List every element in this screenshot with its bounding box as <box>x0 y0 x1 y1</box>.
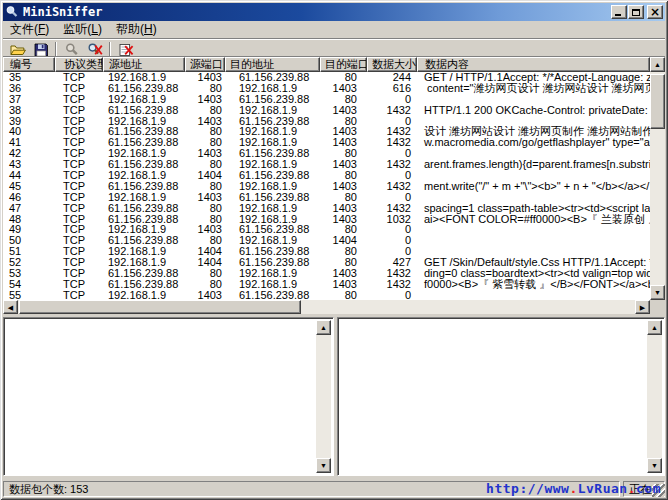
cell-id: 37 <box>3 94 55 105</box>
cell-src: 192.168.1.9 <box>103 246 185 257</box>
close-button[interactable]: × <box>647 5 663 19</box>
cell-id: 38 <box>3 105 55 116</box>
listview-horizontal-scrollbar[interactable]: ◀ ▶ <box>3 300 650 314</box>
detail-panel-right[interactable]: ▲ ▼ <box>337 317 665 476</box>
cell-content: GET / HTTP/1.1Accept: */*Accept-Language… <box>417 72 650 83</box>
cell-sport: 1403 <box>185 224 225 235</box>
cell-id: 54 <box>3 279 55 290</box>
cell-size: 0 <box>367 246 417 257</box>
scrollbar-corner <box>650 300 665 314</box>
column-header-5[interactable]: 目的端口 <box>320 57 367 72</box>
cell-sport: 80 <box>185 83 225 94</box>
column-header-7[interactable]: 数据内容 <box>417 57 650 72</box>
cell-dst: 192.168.1.9 <box>225 126 320 137</box>
column-header-1[interactable]: 协议类型 <box>55 57 103 72</box>
cell-dst: 192.168.1.9 <box>225 83 320 94</box>
table-row[interactable]: 52TCP192.168.1.9140461.156.239.8880427GE… <box>3 257 650 268</box>
cell-id: 44 <box>3 170 55 181</box>
menu-help[interactable]: 帮助(H) <box>109 20 164 39</box>
cell-src: 61.156.239.88 <box>103 279 185 290</box>
cell-size: 1432 <box>367 203 417 214</box>
menu-capture[interactable]: 监听(L) <box>56 20 109 39</box>
table-row[interactable]: 42TCP192.168.1.9140361.156.239.88800 <box>3 148 650 159</box>
table-row[interactable]: 37TCP192.168.1.9140361.156.239.88800 <box>3 94 650 105</box>
table-row[interactable]: 36TCP61.156.239.8880192.168.1.91403616 c… <box>3 83 650 94</box>
cell-dport: 80 <box>320 192 367 203</box>
cell-size: 0 <box>367 192 417 203</box>
cell-sport: 80 <box>185 159 225 170</box>
column-header-6[interactable]: 数据大小 <box>367 57 417 72</box>
table-row[interactable]: 46TCP192.168.1.9140361.156.239.88800 <box>3 192 650 203</box>
menu-file[interactable]: 文件(F) <box>3 20 56 39</box>
cell-dst: 61.156.239.88 <box>225 246 320 257</box>
cell-size: 1432 <box>367 126 417 137</box>
cell-sport: 80 <box>185 279 225 290</box>
scroll-right-icon[interactable]: ▶ <box>635 300 650 314</box>
table-row[interactable]: 50TCP61.156.239.8880192.168.1.914040 <box>3 235 650 246</box>
scroll-down-icon[interactable]: ▼ <box>316 458 331 473</box>
cell-dst: 61.156.239.88 <box>225 116 320 127</box>
cell-content <box>417 148 650 159</box>
column-header-0[interactable]: 编号 <box>3 57 55 72</box>
cell-size: 0 <box>367 116 417 127</box>
table-row[interactable]: 48TCP61.156.239.8880192.168.1.914031032a… <box>3 214 650 225</box>
cell-size: 1432 <box>367 137 417 148</box>
listview-vertical-scrollbar[interactable]: ▲ ▼ <box>650 57 665 300</box>
cell-sport: 80 <box>185 105 225 116</box>
packet-list[interactable]: 35TCP192.168.1.9140361.156.239.8880244GE… <box>3 72 650 301</box>
cell-proto: TCP <box>55 181 103 192</box>
cell-dst: 61.156.239.88 <box>225 192 320 203</box>
scroll-up-icon[interactable]: ▲ <box>316 320 331 335</box>
table-row[interactable]: 53TCP61.156.239.8880192.168.1.914031432d… <box>3 268 650 279</box>
cell-src: 61.156.239.88 <box>103 126 185 137</box>
cell-sport: 1403 <box>185 116 225 127</box>
cell-dport: 1403 <box>320 203 367 214</box>
cell-id: 41 <box>3 137 55 148</box>
cell-src: 192.168.1.9 <box>103 116 185 127</box>
table-row[interactable]: 45TCP61.156.239.8880192.168.1.914031432m… <box>3 181 650 192</box>
table-row[interactable]: 51TCP192.168.1.9140461.156.239.88800 <box>3 246 650 257</box>
scroll-down-icon[interactable]: ▼ <box>650 285 665 300</box>
close-icon: × <box>650 7 660 17</box>
cell-sport: 80 <box>185 235 225 246</box>
right-panel-scrollbar[interactable]: ▲ ▼ <box>647 320 662 473</box>
scroll-left-icon[interactable]: ◀ <box>3 300 18 314</box>
maximize-button[interactable] <box>628 5 644 19</box>
cell-proto: TCP <box>55 268 103 279</box>
column-header-3[interactable]: 源端口 <box>185 57 225 72</box>
cell-dport: 1403 <box>320 83 367 94</box>
vertical-scroll-thumb[interactable] <box>650 74 665 129</box>
table-row[interactable]: 35TCP192.168.1.9140361.156.239.8880244GE… <box>3 72 650 83</box>
minimize-button[interactable] <box>611 5 627 19</box>
titlebar[interactable]: MiniSniffer × <box>3 3 665 21</box>
cell-content <box>417 246 650 257</box>
scroll-up-icon[interactable]: ▲ <box>650 57 665 72</box>
cell-sport: 80 <box>185 268 225 279</box>
cell-content <box>417 224 650 235</box>
scroll-down-icon[interactable]: ▼ <box>647 458 662 473</box>
column-header-4[interactable]: 目的地址 <box>225 57 320 72</box>
table-row[interactable]: 49TCP192.168.1.9140361.156.239.88800 <box>3 224 650 235</box>
scroll-up-icon[interactable]: ▲ <box>647 320 662 335</box>
cell-size: 244 <box>367 72 417 83</box>
table-row[interactable]: 54TCP61.156.239.8880192.168.1.914031432f… <box>3 279 650 290</box>
packet-listview: 编号协议类型源地址源端口目的地址目的端口数据大小数据内容 35TCP192.16… <box>3 56 665 314</box>
left-panel-scrollbar[interactable]: ▲ ▼ <box>316 320 331 473</box>
cell-proto: TCP <box>55 279 103 290</box>
table-row[interactable]: 40TCP61.156.239.8880192.168.1.914031432设… <box>3 126 650 137</box>
cell-src: 61.156.239.88 <box>103 268 185 279</box>
horizontal-scroll-thumb[interactable] <box>19 300 301 314</box>
cell-id: 53 <box>3 268 55 279</box>
cell-dport: 1403 <box>320 159 367 170</box>
detail-panel-left[interactable]: ▲ ▼ <box>3 317 334 476</box>
table-row[interactable]: 47TCP61.156.239.8880192.168.1.914031432s… <box>3 203 650 214</box>
cell-size: 1432 <box>367 268 417 279</box>
table-row[interactable]: 41TCP61.156.239.8880192.168.1.914031432w… <box>3 137 650 148</box>
table-row[interactable]: 44TCP192.168.1.9140461.156.239.88800 <box>3 170 650 181</box>
cell-id: 45 <box>3 181 55 192</box>
column-header-2[interactable]: 源地址 <box>103 57 185 72</box>
cell-sport: 80 <box>185 203 225 214</box>
table-row[interactable]: 39TCP192.168.1.9140361.156.239.88800 <box>3 116 650 127</box>
table-row[interactable]: 38TCP61.156.239.8880192.168.1.914031432H… <box>3 105 650 116</box>
table-row[interactable]: 43TCP61.156.239.8880192.168.1.914031432a… <box>3 159 650 170</box>
